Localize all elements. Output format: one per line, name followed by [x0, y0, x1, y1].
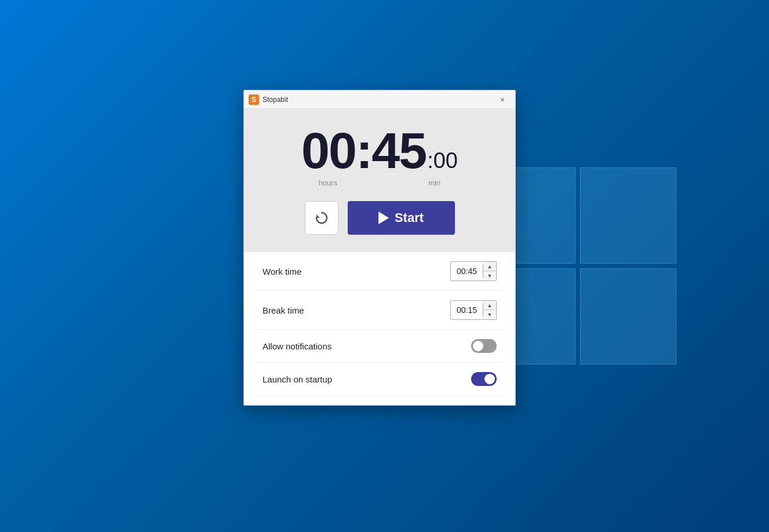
settings-area: Work time 00:45 ▲ ▼ Break time 00:15 ▲ ▼	[244, 252, 515, 405]
toggle-slider-startup	[471, 372, 497, 386]
break-time-buttons: ▲ ▼	[483, 301, 496, 319]
timer-labels: hours min	[256, 178, 504, 187]
reset-button[interactable]	[305, 201, 338, 235]
work-time-buttons: ▲ ▼	[483, 262, 496, 280]
play-icon	[378, 212, 389, 224]
svg-marker-0	[316, 214, 320, 218]
work-time-value: 00:45	[451, 264, 483, 278]
app-window: S Stopabit × 00:45 :00 hours min S	[243, 90, 516, 406]
break-time-up-button[interactable]: ▲	[483, 301, 496, 310]
break-time-label: Break time	[263, 305, 304, 315]
work-time-down-button[interactable]: ▼	[483, 271, 496, 280]
allow-notifications-toggle[interactable]	[471, 339, 497, 353]
timer-seconds: :00	[427, 150, 458, 172]
break-time-value: 00:15	[451, 303, 483, 317]
close-button[interactable]: ×	[494, 92, 511, 108]
work-time-up-button[interactable]: ▲	[483, 262, 496, 271]
allow-notifications-row: Allow notifications	[256, 330, 504, 363]
work-time-label: Work time	[263, 267, 301, 276]
hours-label: hours	[319, 178, 338, 187]
break-time-spinbox[interactable]: 00:15 ▲ ▼	[450, 300, 497, 320]
launch-on-startup-toggle[interactable]	[471, 372, 497, 386]
timer-controls: Start	[305, 201, 455, 235]
work-time-spinbox[interactable]: 00:45 ▲ ▼	[450, 261, 497, 281]
toggle-slider-notifications	[471, 339, 497, 353]
allow-notifications-label: Allow notifications	[263, 341, 331, 351]
launch-on-startup-label: Launch on startup	[263, 374, 332, 384]
timer-area: 00:45 :00 hours min Start	[244, 109, 515, 252]
app-title: Stopabit	[263, 96, 494, 104]
break-time-row: Break time 00:15 ▲ ▼	[256, 291, 504, 330]
work-time-row: Work time 00:45 ▲ ▼	[256, 252, 504, 291]
min-label: min	[428, 178, 440, 187]
start-button[interactable]: Start	[348, 201, 455, 235]
launch-on-startup-row: Launch on startup	[256, 363, 504, 396]
bottom-spacer	[256, 396, 504, 405]
app-icon: S	[249, 94, 259, 105]
title-bar: S Stopabit ×	[244, 90, 515, 109]
break-time-down-button[interactable]: ▼	[483, 310, 496, 319]
reset-icon	[314, 210, 330, 226]
timer-hours-minutes: 00:45	[301, 125, 426, 176]
timer-display: 00:45 :00	[301, 125, 458, 176]
